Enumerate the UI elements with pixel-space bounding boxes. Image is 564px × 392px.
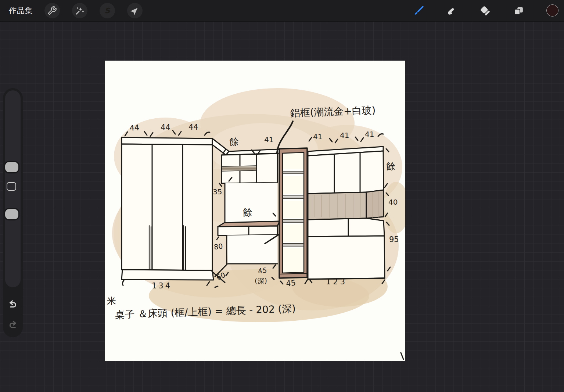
brush-size-slider[interactable] bbox=[4, 161, 19, 173]
dim-35: 35 bbox=[213, 187, 222, 196]
magic-wand-icon bbox=[75, 6, 85, 15]
drawing-canvas[interactable]: 鋁框(潮流金+白玻) 44 44 44 餘 41 41 41 41 餘 40 9… bbox=[105, 61, 405, 361]
dim-45-depth: 45 bbox=[257, 266, 267, 275]
top-toolbar: 作品集 S bbox=[0, 0, 564, 22]
dim-45-depth-unit: (深) bbox=[255, 277, 267, 285]
gallery-button[interactable]: 作品集 bbox=[9, 0, 33, 21]
dim-44-1: 44 bbox=[129, 123, 140, 133]
dim-45-width: 45 bbox=[285, 278, 296, 288]
dim-41-mid: 41 bbox=[264, 135, 273, 144]
leftover-mid-label: 餘 bbox=[243, 207, 252, 218]
adjustments-button[interactable] bbox=[72, 3, 87, 18]
dim-80: 80 bbox=[213, 242, 223, 251]
dim-44-2: 44 bbox=[161, 123, 170, 132]
svg-text:S: S bbox=[105, 6, 111, 15]
dim-41-1: 41 bbox=[313, 132, 322, 141]
wrench-icon bbox=[47, 6, 57, 15]
eraser-button[interactable] bbox=[477, 3, 493, 18]
smudge-button[interactable] bbox=[444, 3, 459, 18]
transform-button[interactable] bbox=[127, 3, 143, 18]
transform-arrow-icon bbox=[130, 6, 140, 15]
undo-icon bbox=[7, 298, 18, 309]
redo-icon bbox=[7, 319, 18, 330]
layers-icon bbox=[512, 4, 525, 17]
side-toolbar bbox=[3, 88, 23, 337]
smudge-finger-icon bbox=[445, 4, 458, 17]
dim-123: 123 bbox=[326, 277, 347, 286]
undo-button[interactable] bbox=[7, 298, 18, 309]
dim-95: 95 bbox=[389, 235, 399, 244]
opacity-slider[interactable] bbox=[4, 208, 19, 220]
sketch-drawing: 鋁框(潮流金+白玻) 44 44 44 餘 41 41 41 41 餘 40 9… bbox=[105, 61, 405, 361]
dim-134: 134 bbox=[152, 281, 172, 290]
leftover-top-label: 餘 bbox=[229, 136, 239, 147]
dim-44-3: 44 bbox=[188, 123, 198, 132]
eraser-icon bbox=[479, 4, 491, 17]
procreate-app-window: { "window": { "gallery_button": "作品集" },… bbox=[0, 0, 564, 392]
note-mark: 米 bbox=[107, 296, 116, 306]
layers-button[interactable] bbox=[511, 3, 526, 18]
leftover-right-label: 餘 bbox=[386, 161, 395, 172]
dim-41-2: 41 bbox=[340, 131, 349, 140]
redo-button[interactable] bbox=[7, 319, 18, 330]
dim-41-3: 41 bbox=[365, 130, 374, 139]
color-swatch[interactable] bbox=[546, 4, 558, 17]
wrench-button[interactable] bbox=[44, 3, 60, 18]
dim-40: 40 bbox=[388, 198, 398, 206]
selection-s-icon: S bbox=[103, 6, 112, 15]
selection-button[interactable]: S bbox=[100, 3, 115, 18]
brush-button[interactable] bbox=[411, 3, 427, 18]
modify-button[interactable] bbox=[7, 182, 16, 191]
brush-icon bbox=[413, 4, 425, 17]
